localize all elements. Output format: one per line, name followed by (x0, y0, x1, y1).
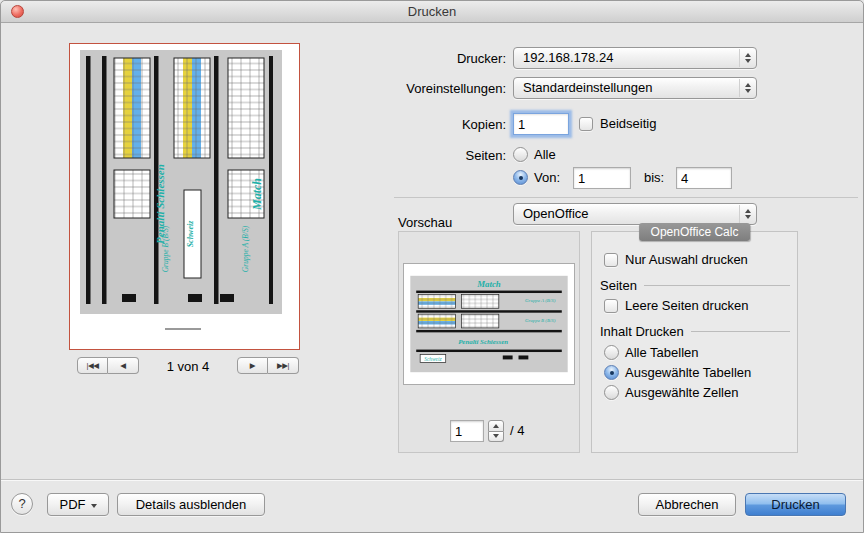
first-page-button[interactable]: |◀◀ (77, 357, 108, 374)
last-page-button[interactable]: ▶▶| (268, 357, 299, 374)
preview-page-stepper (488, 420, 504, 442)
chevron-down-icon (91, 504, 97, 508)
presets-popup[interactable]: Standardeinstellungen (513, 77, 757, 99)
empty-pages-label: Leere Seiten drucken (625, 298, 749, 313)
pages-section-label: Seiten (600, 278, 637, 293)
cancel-button[interactable]: Abbrechen (638, 493, 736, 516)
selected-cells-label: Ausgewählte Zellen (625, 385, 738, 400)
presets-label: Voreinstellungen: (346, 81, 506, 96)
print-dialog: Drucken (0, 0, 864, 533)
pages-from-label: Von: (534, 170, 560, 185)
only-selection-checkbox[interactable] (604, 253, 618, 267)
only-selection-label: Nur Auswahl drucken (625, 252, 748, 267)
duplex-label: Beidseitig (600, 116, 656, 131)
duplex-checkbox[interactable] (579, 117, 593, 131)
selected-cells-radio[interactable] (604, 385, 619, 400)
pdf-menu-button[interactable]: PDF (47, 493, 109, 516)
copies-input[interactable] (513, 113, 569, 135)
help-button[interactable]: ? (11, 493, 33, 515)
calc-panel-title: OpenOffice Calc (639, 223, 751, 241)
section-divider (394, 197, 858, 198)
popup-arrows-icon (739, 49, 755, 67)
calc-options-panel: OpenOffice Calc Nur Auswahl drucken Seit… (591, 231, 798, 453)
pdf-button-label: PDF (60, 497, 86, 512)
page-indicator: 1 von 4 (139, 359, 237, 374)
pages-all-label: Alle (534, 147, 556, 162)
all-tables-label: Alle Tabellen (625, 345, 698, 360)
pages-section-heading: Seiten (600, 278, 790, 293)
svg-text:Schweiz: Schweiz (424, 356, 442, 362)
popup-arrows-icon (739, 79, 755, 97)
document-preview-graphic: Penalti Schiessen Match Gruppe A (B/S) G… (70, 44, 298, 348)
svg-text:Gruppe B (B/S): Gruppe B (B/S) (525, 318, 556, 323)
svg-text:Match: Match (476, 279, 501, 289)
preview-nav-left: |◀◀ ◀ (77, 357, 139, 374)
preview-nav-right: ▶ ▶▶| (237, 357, 299, 374)
presets-popup-value: Standardeinstellungen (523, 78, 652, 98)
mini-preview-graphic: Match (404, 264, 574, 384)
app-options-popup-value: OpenOffice (523, 204, 589, 224)
vorschau-label: Vorschau (398, 215, 452, 230)
all-tables-radio[interactable] (604, 345, 619, 360)
stepper-up-icon[interactable] (488, 420, 504, 432)
pages-all-radio[interactable] (513, 147, 528, 162)
content-section-label: Inhalt Drucken (600, 324, 684, 339)
svg-text:Penalti Schiessen: Penalti Schiessen (458, 338, 508, 345)
vorschau-box: Match (398, 231, 580, 453)
pages-from-input[interactable] (573, 167, 631, 189)
help-icon: ? (18, 496, 25, 511)
empty-pages-checkbox[interactable] (604, 299, 618, 313)
next-page-button[interactable]: ▶ (237, 357, 268, 374)
copies-label: Kopien: (346, 117, 506, 132)
stepper-down-icon[interactable] (488, 432, 504, 443)
printer-popup-value: 192.168.178.24 (523, 48, 613, 68)
footer-divider (1, 479, 863, 480)
svg-text:Match: Match (250, 178, 264, 211)
printer-label: Drucker: (346, 51, 506, 66)
selected-tables-label: Ausgewählte Tabellen (625, 365, 751, 380)
mini-preview-page: Match (403, 263, 575, 385)
svg-text:Schweiz: Schweiz (186, 220, 195, 248)
window-title: Drucken (1, 1, 863, 23)
pages-from-radio[interactable] (513, 170, 528, 185)
content-section-heading: Inhalt Drucken (600, 324, 790, 339)
app-options-popup[interactable]: OpenOffice (513, 203, 757, 225)
printer-popup[interactable]: 192.168.178.24 (513, 47, 757, 69)
svg-text:Gruppe A (B/S): Gruppe A (B/S) (241, 225, 250, 272)
popup-arrows-icon (739, 205, 755, 223)
pages-label: Seiten: (346, 148, 506, 163)
document-preview: Penalti Schiessen Match Gruppe A (B/S) G… (69, 43, 300, 350)
pages-to-input[interactable] (676, 167, 732, 189)
previous-page-button[interactable]: ◀ (108, 357, 139, 374)
title-bar: Drucken (1, 1, 863, 23)
print-button[interactable]: Drucken (745, 493, 846, 516)
hide-details-button[interactable]: Details ausblenden (117, 493, 265, 516)
selected-tables-radio[interactable] (604, 365, 619, 380)
svg-text:Gruppe B (B/S): Gruppe B (B/S) (161, 225, 170, 272)
svg-text:Gruppe A (B/S): Gruppe A (B/S) (525, 298, 556, 303)
pages-to-label: bis: (644, 170, 664, 185)
preview-page-input[interactable] (450, 420, 484, 442)
preview-page-total: / 4 (510, 423, 524, 438)
